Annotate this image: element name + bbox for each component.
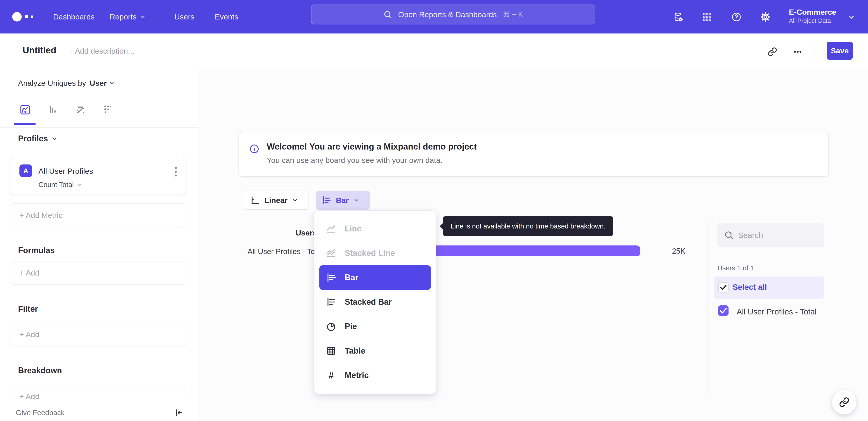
menu-item-stacked-bar[interactable]: Stacked Bar (314, 290, 436, 314)
nav-dashboards-label: Dashboards (53, 0, 94, 33)
more-options-icon[interactable] (793, 47, 802, 57)
nav-events[interactable]: Events (215, 0, 238, 33)
main-content: Welcome! You are viewing a Mixpanel demo… (198, 70, 868, 421)
nav-reports-label: Reports (110, 0, 136, 33)
analyze-label: Analyze Uniques by (18, 79, 86, 88)
nav-dashboards[interactable]: Dashboards (53, 0, 94, 33)
banner-subtitle: You can use any board you see with your … (267, 156, 442, 165)
query-sidebar: Analyze Uniques by User Profiles A All U… (0, 70, 198, 421)
tab-insights-icon[interactable] (20, 104, 31, 115)
menu-item-bar[interactable]: Bar (319, 265, 431, 290)
menu-item-stacked-line[interactable]: Stacked Line (314, 241, 436, 265)
share-link-floating-button[interactable] (832, 390, 857, 415)
menu-item-stacked-line-label: Stacked Line (345, 248, 395, 258)
panel-divider (708, 223, 708, 395)
add-metric-button[interactable]: + Add Metric (10, 203, 185, 227)
profiles-label: Profiles (18, 134, 48, 143)
menu-item-table[interactable]: Table (314, 339, 436, 363)
tab-funnels-icon[interactable] (47, 104, 58, 115)
series-search-input[interactable] (738, 223, 819, 247)
pie-chart-icon (326, 321, 337, 332)
add-formula-label: + Add (20, 269, 39, 277)
tooltip-text: Line is not available with no time based… (451, 222, 605, 230)
metric-name: All User Profiles (38, 167, 93, 175)
select-all-checkbox[interactable] (718, 282, 728, 292)
series-search-box[interactable] (717, 223, 825, 247)
sidebar-footer: Give Feedback (0, 404, 198, 421)
metric-badge: A (20, 165, 32, 177)
profiles-section-header[interactable]: Profiles (18, 134, 57, 143)
report-header: Untitled + Add description... Save (0, 33, 868, 70)
analyze-entity-value: User (90, 79, 107, 88)
chevron-down-icon (76, 182, 82, 188)
project-switcher[interactable]: E-Commerce All Project Data (789, 7, 836, 25)
series-count: Users 1 of 1 (717, 264, 754, 272)
menu-item-metric-label: Metric (345, 370, 369, 380)
nav-reports[interactable]: Reports (110, 0, 146, 33)
header-divider (814, 43, 814, 61)
line-chart-icon (326, 223, 337, 234)
menu-item-line[interactable]: Line (314, 217, 436, 241)
series-checkbox[interactable] (718, 305, 728, 316)
menu-item-metric[interactable]: # Metric (314, 363, 436, 388)
link-icon (839, 397, 849, 408)
analyze-entity-dropdown[interactable]: User (90, 79, 115, 88)
project-name: E-Commerce (789, 7, 836, 17)
menu-item-line-label: Line (345, 224, 362, 233)
search-icon (383, 10, 392, 19)
formulas-section-header: Formulas (18, 246, 55, 255)
add-formula-button[interactable]: + Add (10, 261, 185, 285)
chart-type-dropdown-button[interactable]: Bar (316, 191, 370, 210)
active-tab-underline (14, 123, 36, 125)
save-button[interactable]: Save (827, 41, 853, 60)
stacked-bar-chart-icon (326, 297, 337, 307)
menu-item-stacked-bar-label: Stacked Bar (345, 297, 392, 307)
check-icon (719, 283, 728, 292)
global-search-bar[interactable]: Open Reports & Dashboards ⌘ + K (311, 4, 595, 24)
filter-section-header: Filter (18, 304, 38, 314)
check-icon (718, 305, 728, 316)
nav-users-label: Users (174, 0, 194, 33)
apps-grid-icon[interactable] (702, 12, 712, 22)
global-search-placeholder: Open Reports & Dashboards (398, 10, 497, 19)
data-management-icon[interactable] (673, 12, 684, 22)
tab-retention-icon[interactable] (102, 104, 114, 115)
global-search-shortcut: ⌘ + K (503, 10, 523, 19)
select-all-row[interactable]: Select all (714, 276, 825, 299)
filter-label: Filter (18, 304, 38, 314)
add-filter-label: + Add (20, 330, 39, 339)
linear-axis-icon (250, 195, 260, 205)
tab-flows-icon[interactable] (75, 104, 86, 115)
metric-aggregation-dropdown[interactable]: Count Total (38, 181, 82, 189)
help-icon[interactable] (731, 12, 742, 22)
chevron-down-icon (353, 197, 360, 203)
add-metric-label: + Add Metric (20, 211, 62, 220)
logo-dot-medium (25, 15, 28, 18)
nav-users[interactable]: Users (174, 0, 194, 33)
logo-dot-small (31, 16, 33, 18)
add-description[interactable]: + Add description... (69, 47, 134, 55)
metric-kebab-icon[interactable] (171, 165, 180, 178)
scale-dropdown-button[interactable]: Linear (244, 191, 309, 210)
chart-bar-value: 25K (672, 247, 685, 255)
chevron-down-icon (292, 197, 298, 203)
collapse-sidebar-icon[interactable] (174, 408, 183, 417)
mixpanel-logo-icon[interactable] (12, 11, 35, 22)
add-breakdown-label: + Add (20, 392, 39, 401)
menu-item-pie[interactable]: Pie (314, 314, 436, 339)
select-all-label: Select all (733, 283, 767, 291)
report-title[interactable]: Untitled (23, 45, 56, 55)
metric-card[interactable]: A All User Profiles Count Total (10, 157, 185, 195)
copy-link-icon[interactable] (768, 47, 777, 57)
add-filter-button[interactable]: + Add (10, 322, 185, 346)
analyze-row: Analyze Uniques by User (0, 70, 198, 96)
chart-row-label: All User Profiles - Total (248, 247, 323, 256)
give-feedback-link[interactable]: Give Feedback (16, 409, 64, 417)
menu-item-table-label: Table (345, 346, 365, 356)
stacked-line-chart-icon (326, 248, 337, 259)
formulas-label: Formulas (18, 246, 55, 255)
project-chevron-down-icon[interactable] (847, 13, 855, 21)
chevron-down-icon (140, 13, 146, 20)
series-item-label: All User Profiles - Total (737, 307, 816, 316)
settings-gear-icon[interactable] (760, 12, 771, 22)
